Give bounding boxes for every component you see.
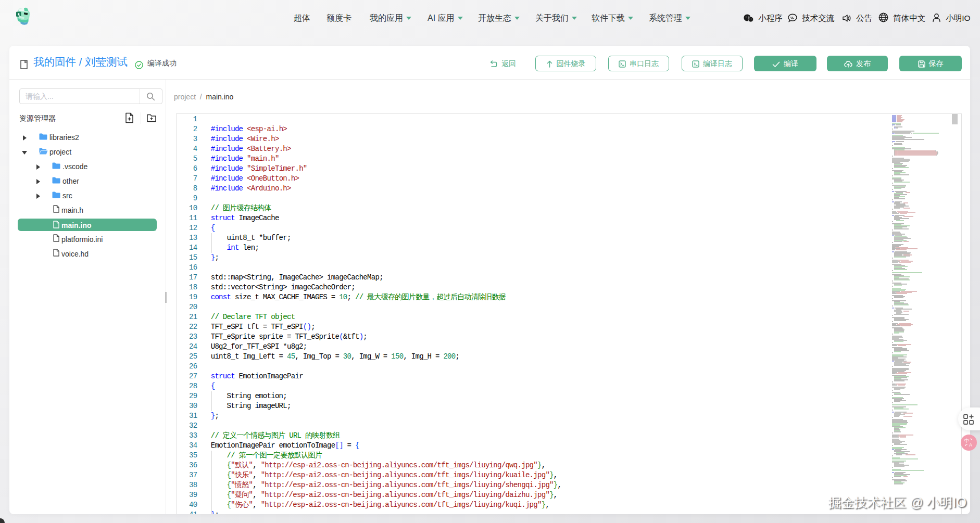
svg-text:A: A bbox=[969, 442, 972, 448]
svg-text:中: 中 bbox=[964, 438, 969, 443]
